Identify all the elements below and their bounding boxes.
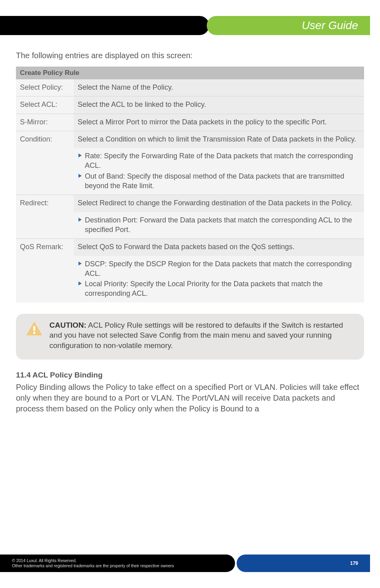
bullet-text: Rate: Specify the Forwarding Rate of the…	[85, 151, 360, 171]
table-row: S-Mirror: Select a Mirror Port to mirror…	[16, 114, 364, 131]
bullet-item: Rate: Specify the Forwarding Rate of the…	[78, 151, 360, 171]
row-desc: Select a Mirror Port to mirror the Data …	[74, 114, 364, 131]
bullet-triangle-icon	[78, 218, 82, 222]
page-footer: © 2014 Luxul. All Rights Reserved. Other…	[0, 555, 380, 572]
caution-body: ACL Policy Rule settings will be restore…	[49, 321, 343, 350]
bullet-text: Local Priority: Specify the Local Priori…	[85, 279, 360, 299]
row-label: Redirect:	[16, 195, 74, 239]
table-header-row: Create Policy Rule	[16, 67, 364, 79]
bullet-item: Destination Port: Forward the Data packe…	[78, 215, 360, 235]
header-bar: User Guide	[0, 16, 380, 44]
bullet-triangle-icon	[78, 262, 82, 265]
caution-text: CAUTION: ACL Policy Rule settings will b…	[49, 320, 355, 351]
table-row: Select Policy: Select the Name of the Po…	[16, 79, 364, 96]
table-row: QoS Remark: Select QoS to Forward the Da…	[16, 239, 364, 256]
svg-point-1	[33, 332, 35, 334]
header-black-band	[0, 16, 209, 35]
row-desc: Select a Condition on which to limit the…	[74, 131, 364, 148]
bullet-triangle-icon	[78, 153, 82, 157]
footer-blue-band: 179	[237, 555, 370, 572]
row-desc: Select Redirect to change the Forwarding…	[74, 195, 364, 212]
row-label: Condition:	[16, 131, 74, 195]
guide-title: User Guide	[302, 19, 358, 32]
footer-black-band: © 2014 Luxul. All Rights Reserved. Other…	[0, 555, 235, 572]
warning-triangle-icon	[25, 321, 43, 338]
section-body: Policy Binding allows the Policy to take…	[16, 382, 364, 414]
row-label: QoS Remark:	[16, 239, 74, 303]
page-content: The following entries are displayed on t…	[0, 44, 380, 414]
bullet-triangle-icon	[78, 174, 82, 178]
footer-trademark: Other trademarks and registered trademar…	[12, 563, 229, 568]
caution-label: CAUTION:	[49, 321, 86, 329]
bullet-item: DSCP: Specify the DSCP Region for the Da…	[78, 259, 360, 279]
row-desc: Select the ACL to be linked to the Polic…	[74, 96, 364, 114]
table-row: Select ACL: Select the ACL to be linked …	[16, 96, 364, 114]
row-label: S-Mirror:	[16, 114, 74, 131]
row-label: Select Policy:	[16, 79, 74, 96]
policy-rule-table: Create Policy Rule Select Policy: Select…	[16, 67, 364, 303]
intro-text: The following entries are displayed on t…	[16, 51, 364, 60]
bullet-triangle-icon	[78, 281, 82, 285]
bullet-text: Out of Band: Specify the disposal method…	[85, 171, 360, 191]
row-desc: Select the Name of the Policy.	[74, 79, 364, 96]
row-bullets: Destination Port: Forward the Data packe…	[74, 212, 364, 239]
bullet-item: Local Priority: Specify the Local Priori…	[78, 279, 360, 299]
header-green-band: User Guide	[207, 16, 370, 35]
row-label: Select ACL:	[16, 96, 74, 114]
footer-copyright: © 2014 Luxul. All Rights Reserved.	[12, 558, 229, 563]
table-row: Redirect: Select Redirect to change the …	[16, 195, 364, 212]
bullet-text: DSCP: Specify the DSCP Region for the Da…	[85, 259, 360, 279]
row-bullets: Rate: Specify the Forwarding Rate of the…	[74, 148, 364, 195]
table-header-cell: Create Policy Rule	[16, 67, 364, 79]
row-desc: Select QoS to Forward the Data packets b…	[74, 239, 364, 256]
bullet-item: Out of Band: Specify the disposal method…	[78, 171, 360, 191]
page-number: 179	[350, 560, 358, 566]
svg-rect-0	[33, 326, 35, 331]
row-bullets: DSCP: Specify the DSCP Region for the Da…	[74, 256, 364, 303]
bullet-text: Destination Port: Forward the Data packe…	[85, 215, 360, 235]
section-heading: 11.4 ACL Policy Binding	[16, 371, 364, 380]
caution-callout: CAUTION: ACL Policy Rule settings will b…	[16, 314, 364, 360]
table-row: Condition: Select a Condition on which t…	[16, 131, 364, 148]
